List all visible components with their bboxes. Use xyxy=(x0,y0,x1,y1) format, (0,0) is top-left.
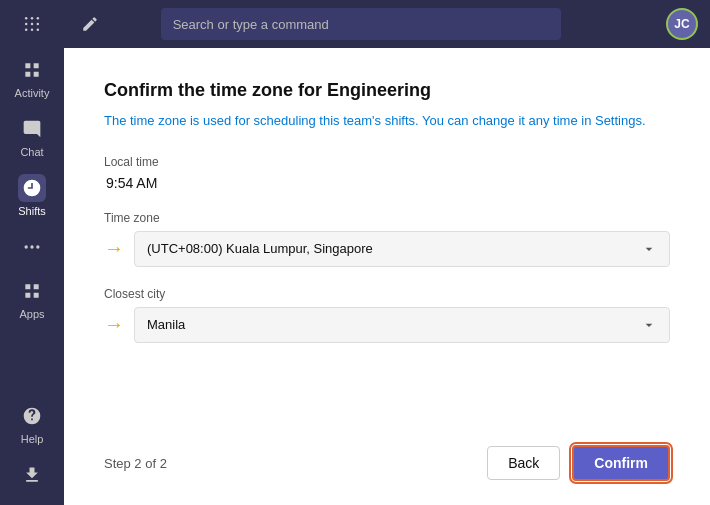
sidebar-item-label: Shifts xyxy=(18,205,46,217)
svg-point-0 xyxy=(25,17,28,20)
closest-city-dropdown-row: → Manila xyxy=(104,307,670,343)
dialog-subtitle: The time zone is used for scheduling thi… xyxy=(104,111,670,131)
sidebar-item-activity[interactable]: Activity xyxy=(0,48,64,107)
content-area: Confirm the time zone for Engineering Th… xyxy=(64,48,710,505)
closest-city-dropdown[interactable]: Manila xyxy=(134,307,670,343)
sidebar-item-more[interactable] xyxy=(0,225,64,269)
sidebar-item-label: Help xyxy=(21,433,44,445)
sidebar-item-label: Apps xyxy=(19,308,44,320)
timezone-dropdown[interactable]: (UTC+08:00) Kuala Lumpur, Singapore xyxy=(134,231,670,267)
sidebar-item-apps[interactable]: Apps xyxy=(0,269,64,328)
footer: Step 2 of 2 Back Confirm xyxy=(104,421,670,481)
timezone-arrow-indicator: → xyxy=(104,237,124,260)
svg-point-1 xyxy=(31,17,34,20)
sidebar-item-chat[interactable]: Chat xyxy=(0,107,64,166)
svg-point-7 xyxy=(31,29,34,32)
main-area: Search or type a command JC Confirm the … xyxy=(64,0,710,505)
sidebar-item-label: Activity xyxy=(15,87,50,99)
sidebar-item-label: Chat xyxy=(20,146,43,158)
svg-point-8 xyxy=(37,29,40,32)
local-time-value: 9:54 AM xyxy=(106,175,670,191)
local-time-group: Local time 9:54 AM xyxy=(104,155,670,191)
svg-point-3 xyxy=(25,23,28,26)
svg-point-9 xyxy=(25,245,28,248)
svg-point-5 xyxy=(37,23,40,26)
search-placeholder: Search or type a command xyxy=(173,17,329,32)
closest-city-value: Manila xyxy=(147,317,185,332)
timezone-group: Time zone → (UTC+08:00) Kuala Lumpur, Si… xyxy=(104,211,670,267)
sidebar: Activity Chat Shifts Apps Help xyxy=(0,0,64,505)
svg-point-11 xyxy=(36,245,39,248)
closest-city-arrow-indicator: → xyxy=(104,313,124,336)
timezone-label: Time zone xyxy=(104,211,670,225)
dialog-title: Confirm the time zone for Engineering xyxy=(104,80,670,101)
timezone-dropdown-row: → (UTC+08:00) Kuala Lumpur, Singapore xyxy=(104,231,670,267)
grid-icon[interactable] xyxy=(0,0,64,48)
closest-city-label: Closest city xyxy=(104,287,670,301)
edit-icon[interactable] xyxy=(76,10,104,38)
svg-point-6 xyxy=(25,29,28,32)
avatar[interactable]: JC xyxy=(666,8,698,40)
closest-city-group: Closest city → Manila xyxy=(104,287,670,343)
step-label: Step 2 of 2 xyxy=(104,456,475,471)
search-bar[interactable]: Search or type a command xyxy=(161,8,561,40)
svg-point-4 xyxy=(31,23,34,26)
sidebar-item-download[interactable] xyxy=(0,453,64,497)
svg-point-2 xyxy=(37,17,40,20)
sidebar-item-shifts[interactable]: Shifts xyxy=(0,166,64,225)
topbar: Search or type a command JC xyxy=(64,0,710,48)
back-button[interactable]: Back xyxy=(487,446,560,480)
sidebar-bottom: Help xyxy=(0,394,64,505)
avatar-initials: JC xyxy=(674,17,689,31)
svg-point-10 xyxy=(30,245,33,248)
local-time-label: Local time xyxy=(104,155,670,169)
confirm-button[interactable]: Confirm xyxy=(572,445,670,481)
sidebar-item-help[interactable]: Help xyxy=(0,394,64,453)
timezone-value: (UTC+08:00) Kuala Lumpur, Singapore xyxy=(147,241,373,256)
